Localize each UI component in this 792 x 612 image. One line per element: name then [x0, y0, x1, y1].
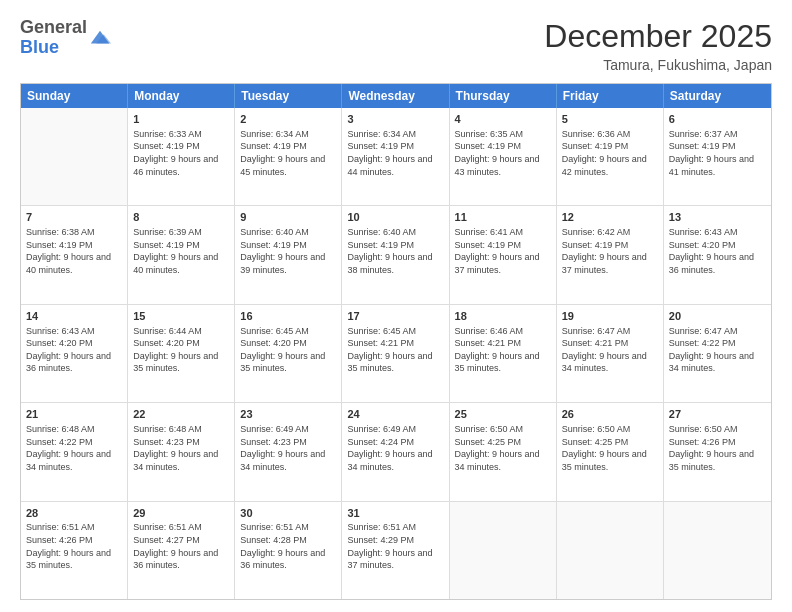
- day-info: Sunrise: 6:51 AMSunset: 4:27 PMDaylight:…: [133, 521, 229, 571]
- day-info: Sunrise: 6:51 AMSunset: 4:29 PMDaylight:…: [347, 521, 443, 571]
- day-info: Sunrise: 6:50 AMSunset: 4:25 PMDaylight:…: [562, 423, 658, 473]
- calendar-day-cell: 13Sunrise: 6:43 AMSunset: 4:20 PMDayligh…: [664, 206, 771, 303]
- logo: General Blue: [20, 18, 111, 58]
- day-number: 19: [562, 309, 658, 324]
- day-info: Sunrise: 6:43 AMSunset: 4:20 PMDaylight:…: [669, 226, 766, 276]
- month-title: December 2025: [544, 18, 772, 55]
- location: Tamura, Fukushima, Japan: [544, 57, 772, 73]
- day-number: 6: [669, 112, 766, 127]
- calendar-week-row: 14Sunrise: 6:43 AMSunset: 4:20 PMDayligh…: [21, 305, 771, 403]
- calendar-day-cell: 20Sunrise: 6:47 AMSunset: 4:22 PMDayligh…: [664, 305, 771, 402]
- day-info: Sunrise: 6:42 AMSunset: 4:19 PMDaylight:…: [562, 226, 658, 276]
- day-number: 4: [455, 112, 551, 127]
- calendar-day-cell: 6Sunrise: 6:37 AMSunset: 4:19 PMDaylight…: [664, 108, 771, 205]
- day-number: 12: [562, 210, 658, 225]
- day-info: Sunrise: 6:36 AMSunset: 4:19 PMDaylight:…: [562, 128, 658, 178]
- day-number: 9: [240, 210, 336, 225]
- logo-icon: [89, 27, 111, 49]
- calendar-day-cell: [21, 108, 128, 205]
- calendar-day-cell: 30Sunrise: 6:51 AMSunset: 4:28 PMDayligh…: [235, 502, 342, 599]
- logo-general-text: General: [20, 17, 87, 37]
- day-info: Sunrise: 6:39 AMSunset: 4:19 PMDaylight:…: [133, 226, 229, 276]
- day-number: 14: [26, 309, 122, 324]
- calendar-day-cell: 9Sunrise: 6:40 AMSunset: 4:19 PMDaylight…: [235, 206, 342, 303]
- day-number: 8: [133, 210, 229, 225]
- calendar-day-cell: 17Sunrise: 6:45 AMSunset: 4:21 PMDayligh…: [342, 305, 449, 402]
- day-info: Sunrise: 6:48 AMSunset: 4:23 PMDaylight:…: [133, 423, 229, 473]
- day-info: Sunrise: 6:47 AMSunset: 4:21 PMDaylight:…: [562, 325, 658, 375]
- calendar-header-cell: Saturday: [664, 84, 771, 108]
- day-number: 10: [347, 210, 443, 225]
- calendar-header-cell: Sunday: [21, 84, 128, 108]
- day-number: 1: [133, 112, 229, 127]
- calendar-header-cell: Friday: [557, 84, 664, 108]
- day-info: Sunrise: 6:51 AMSunset: 4:28 PMDaylight:…: [240, 521, 336, 571]
- calendar-week-row: 21Sunrise: 6:48 AMSunset: 4:22 PMDayligh…: [21, 403, 771, 501]
- day-info: Sunrise: 6:33 AMSunset: 4:19 PMDaylight:…: [133, 128, 229, 178]
- calendar-day-cell: 4Sunrise: 6:35 AMSunset: 4:19 PMDaylight…: [450, 108, 557, 205]
- calendar-day-cell: 7Sunrise: 6:38 AMSunset: 4:19 PMDaylight…: [21, 206, 128, 303]
- calendar-day-cell: 19Sunrise: 6:47 AMSunset: 4:21 PMDayligh…: [557, 305, 664, 402]
- logo-blue-text: Blue: [20, 37, 59, 57]
- calendar-day-cell: 15Sunrise: 6:44 AMSunset: 4:20 PMDayligh…: [128, 305, 235, 402]
- day-number: 23: [240, 407, 336, 422]
- calendar-day-cell: [664, 502, 771, 599]
- calendar-day-cell: 21Sunrise: 6:48 AMSunset: 4:22 PMDayligh…: [21, 403, 128, 500]
- title-block: December 2025 Tamura, Fukushima, Japan: [544, 18, 772, 73]
- calendar-day-cell: 24Sunrise: 6:49 AMSunset: 4:24 PMDayligh…: [342, 403, 449, 500]
- calendar-header-cell: Wednesday: [342, 84, 449, 108]
- calendar-day-cell: 28Sunrise: 6:51 AMSunset: 4:26 PMDayligh…: [21, 502, 128, 599]
- day-number: 5: [562, 112, 658, 127]
- calendar-day-cell: 5Sunrise: 6:36 AMSunset: 4:19 PMDaylight…: [557, 108, 664, 205]
- day-info: Sunrise: 6:45 AMSunset: 4:20 PMDaylight:…: [240, 325, 336, 375]
- calendar-header: SundayMondayTuesdayWednesdayThursdayFrid…: [21, 84, 771, 108]
- calendar-day-cell: 8Sunrise: 6:39 AMSunset: 4:19 PMDaylight…: [128, 206, 235, 303]
- day-info: Sunrise: 6:43 AMSunset: 4:20 PMDaylight:…: [26, 325, 122, 375]
- day-info: Sunrise: 6:50 AMSunset: 4:26 PMDaylight:…: [669, 423, 766, 473]
- day-number: 31: [347, 506, 443, 521]
- calendar-day-cell: [557, 502, 664, 599]
- day-number: 22: [133, 407, 229, 422]
- day-info: Sunrise: 6:37 AMSunset: 4:19 PMDaylight:…: [669, 128, 766, 178]
- page: General Blue December 2025 Tamura, Fukus…: [0, 0, 792, 612]
- day-number: 21: [26, 407, 122, 422]
- day-info: Sunrise: 6:34 AMSunset: 4:19 PMDaylight:…: [347, 128, 443, 178]
- calendar-day-cell: 1Sunrise: 6:33 AMSunset: 4:19 PMDaylight…: [128, 108, 235, 205]
- calendar-day-cell: 27Sunrise: 6:50 AMSunset: 4:26 PMDayligh…: [664, 403, 771, 500]
- calendar-day-cell: [450, 502, 557, 599]
- calendar-day-cell: 14Sunrise: 6:43 AMSunset: 4:20 PMDayligh…: [21, 305, 128, 402]
- calendar-body: 1Sunrise: 6:33 AMSunset: 4:19 PMDaylight…: [21, 108, 771, 599]
- day-info: Sunrise: 6:50 AMSunset: 4:25 PMDaylight:…: [455, 423, 551, 473]
- calendar-day-cell: 3Sunrise: 6:34 AMSunset: 4:19 PMDaylight…: [342, 108, 449, 205]
- calendar-day-cell: 10Sunrise: 6:40 AMSunset: 4:19 PMDayligh…: [342, 206, 449, 303]
- day-info: Sunrise: 6:35 AMSunset: 4:19 PMDaylight:…: [455, 128, 551, 178]
- day-number: 25: [455, 407, 551, 422]
- calendar-day-cell: 22Sunrise: 6:48 AMSunset: 4:23 PMDayligh…: [128, 403, 235, 500]
- calendar-day-cell: 26Sunrise: 6:50 AMSunset: 4:25 PMDayligh…: [557, 403, 664, 500]
- day-info: Sunrise: 6:41 AMSunset: 4:19 PMDaylight:…: [455, 226, 551, 276]
- calendar-day-cell: 29Sunrise: 6:51 AMSunset: 4:27 PMDayligh…: [128, 502, 235, 599]
- calendar-day-cell: 31Sunrise: 6:51 AMSunset: 4:29 PMDayligh…: [342, 502, 449, 599]
- day-info: Sunrise: 6:48 AMSunset: 4:22 PMDaylight:…: [26, 423, 122, 473]
- day-info: Sunrise: 6:38 AMSunset: 4:19 PMDaylight:…: [26, 226, 122, 276]
- day-info: Sunrise: 6:49 AMSunset: 4:24 PMDaylight:…: [347, 423, 443, 473]
- calendar-header-cell: Tuesday: [235, 84, 342, 108]
- day-number: 13: [669, 210, 766, 225]
- day-info: Sunrise: 6:40 AMSunset: 4:19 PMDaylight:…: [347, 226, 443, 276]
- calendar-day-cell: 23Sunrise: 6:49 AMSunset: 4:23 PMDayligh…: [235, 403, 342, 500]
- calendar-day-cell: 12Sunrise: 6:42 AMSunset: 4:19 PMDayligh…: [557, 206, 664, 303]
- day-number: 29: [133, 506, 229, 521]
- calendar-header-cell: Monday: [128, 84, 235, 108]
- day-number: 26: [562, 407, 658, 422]
- calendar-week-row: 28Sunrise: 6:51 AMSunset: 4:26 PMDayligh…: [21, 502, 771, 599]
- calendar-day-cell: 2Sunrise: 6:34 AMSunset: 4:19 PMDaylight…: [235, 108, 342, 205]
- day-number: 17: [347, 309, 443, 324]
- day-info: Sunrise: 6:44 AMSunset: 4:20 PMDaylight:…: [133, 325, 229, 375]
- day-number: 3: [347, 112, 443, 127]
- day-number: 16: [240, 309, 336, 324]
- day-info: Sunrise: 6:40 AMSunset: 4:19 PMDaylight:…: [240, 226, 336, 276]
- calendar-day-cell: 16Sunrise: 6:45 AMSunset: 4:20 PMDayligh…: [235, 305, 342, 402]
- day-number: 11: [455, 210, 551, 225]
- calendar-header-cell: Thursday: [450, 84, 557, 108]
- day-info: Sunrise: 6:34 AMSunset: 4:19 PMDaylight:…: [240, 128, 336, 178]
